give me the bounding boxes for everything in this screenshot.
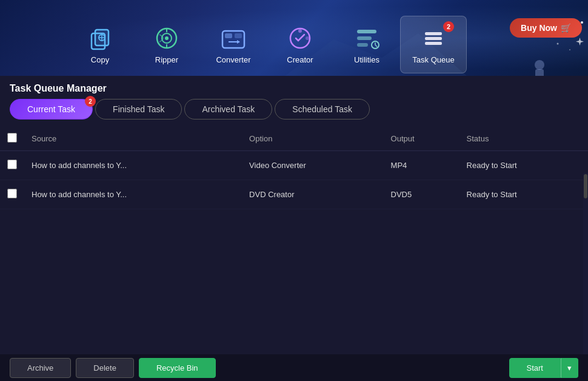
svg-marker-23: [237, 40, 240, 44]
nav-item-creator[interactable]: Creator: [267, 16, 333, 73]
row2-source: How to add channels to Y...: [24, 180, 242, 209]
svg-rect-29: [357, 43, 368, 47]
tabs-container: Current Task 2 Finished Task Archived Ta…: [0, 99, 588, 127]
converter-label: Converter: [216, 55, 250, 64]
row1-option: Video Converter: [242, 151, 383, 180]
tab-current-task[interactable]: Current Task 2: [10, 99, 93, 120]
copy-label: Copy: [91, 55, 109, 64]
header: Copy Ripper: [0, 0, 588, 76]
ripper-label: Ripper: [155, 55, 178, 64]
row2-checkbox-cell: [0, 180, 24, 209]
start-button[interactable]: Start: [509, 358, 561, 378]
row1-output: MP4: [384, 151, 459, 180]
svg-point-25: [298, 29, 302, 33]
utilities-icon: [353, 25, 380, 52]
nav-icons: Copy Ripper: [6, 13, 582, 76]
bottom-left-actions: Archive Delete Recycle Bin: [10, 358, 216, 378]
row2-output: DVD5: [384, 180, 459, 209]
main-content: Task Queue Manager Current Task 2 Finish…: [0, 76, 588, 381]
svg-rect-35: [425, 42, 442, 45]
scrollbar[interactable]: [583, 173, 588, 355]
table-header-checkbox: [0, 127, 24, 151]
buy-now-button[interactable]: Buy Now 🛒: [510, 18, 582, 38]
delete-button[interactable]: Delete: [76, 358, 134, 378]
svg-rect-33: [425, 32, 442, 35]
cart-icon: 🛒: [561, 23, 571, 33]
current-task-badge: 2: [85, 96, 96, 107]
ripper-icon: [153, 25, 180, 52]
start-dropdown-button[interactable]: ▾: [561, 358, 578, 378]
svg-rect-34: [425, 37, 442, 40]
table-header-output: Output: [384, 127, 459, 151]
copy-icon: [87, 25, 113, 52]
dropdown-chevron-icon: ▾: [567, 363, 572, 373]
nav-item-converter[interactable]: Converter: [200, 16, 267, 73]
svg-rect-21: [225, 33, 232, 38]
converter-icon: [220, 25, 247, 52]
row2-status: Ready to Start: [459, 180, 588, 209]
creator-label: Creator: [287, 55, 313, 64]
table-header-status: Status: [459, 127, 588, 151]
nav-item-copy[interactable]: Copy: [67, 16, 133, 73]
svg-point-26: [306, 36, 309, 40]
tab-scheduled-task[interactable]: Scheduled Task: [275, 99, 370, 120]
taskqueue-badge: 2: [443, 21, 454, 32]
tab-archived-task[interactable]: Archived Task: [184, 99, 272, 120]
svg-point-17: [165, 36, 169, 40]
row1-status: Ready to Start: [459, 151, 588, 180]
scrollbar-thumb[interactable]: [584, 174, 587, 198]
table-header-source: Source: [24, 127, 242, 151]
svg-rect-22: [235, 33, 242, 38]
svg-line-32: [375, 45, 377, 47]
tab-finished-task[interactable]: Finished Task: [95, 99, 182, 120]
task-table: Source Option Output Status How to add c…: [0, 127, 588, 209]
table-row: How to add channels to Y... DVD Creator …: [0, 180, 588, 209]
start-btn-group: Start ▾: [509, 358, 578, 378]
select-all-checkbox[interactable]: [7, 133, 17, 143]
row1-checkbox-cell: [0, 151, 24, 180]
row1-source: How to add channels to Y...: [24, 151, 242, 180]
bottom-bar: Archive Delete Recycle Bin Start ▾: [0, 354, 588, 381]
nav-item-utilities[interactable]: Utilities: [333, 16, 400, 73]
nav-item-taskqueue[interactable]: 2 Task Queue: [400, 16, 467, 73]
archive-button[interactable]: Archive: [10, 358, 71, 378]
taskqueue-icon: [420, 25, 447, 52]
taskqueue-label: Task Queue: [412, 55, 454, 64]
utilities-label: Utilities: [354, 55, 379, 64]
manager-title: Task Queue Manager: [0, 76, 588, 99]
table-header-option: Option: [242, 127, 383, 151]
nav-item-ripper[interactable]: Ripper: [133, 16, 200, 73]
table-row: How to add channels to Y... Video Conver…: [0, 151, 588, 180]
row2-option: DVD Creator: [242, 180, 383, 209]
row2-checkbox[interactable]: [7, 189, 17, 198]
creator-icon: [287, 25, 313, 52]
svg-rect-27: [357, 30, 376, 33]
recycle-bin-button[interactable]: Recycle Bin: [139, 358, 216, 378]
svg-rect-28: [357, 36, 372, 40]
row1-checkbox[interactable]: [7, 160, 17, 169]
